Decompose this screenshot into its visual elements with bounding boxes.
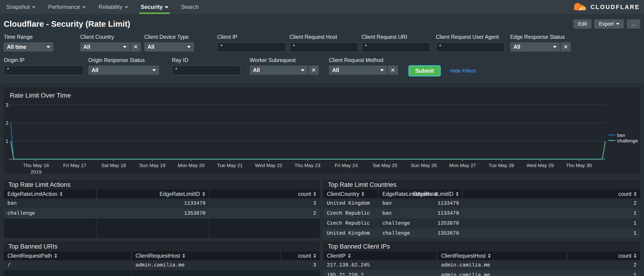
column-header-label: ClientRequestPath [8,253,52,259]
table-cell: 2 [567,260,640,270]
column-header-label: EdgeRateLimitID [413,191,454,197]
sort-icon [202,192,205,196]
svg-text:challenge: challenge [617,138,638,143]
sort-icon [488,254,491,258]
chevron-down-icon [32,6,36,8]
table-cell: 1133479 [425,208,463,218]
clear-filter-button[interactable]: ✕ [560,42,571,52]
column-header-label: EdgeRateLimitID [160,191,200,197]
table-title: Top Rate Limit Countries [323,180,640,190]
filter-time-range: Time RangeAll time [4,34,54,52]
filter-input-ray-id[interactable]: * [172,66,240,75]
column-header-count[interactable]: count [567,251,640,260]
filter-dropdown-client-country[interactable]: All [80,42,130,52]
table-header-row: EdgeRateLimitActionEdgeRateLimitIDcount [4,190,320,198]
nav-item-label: Search [181,4,199,10]
filter-dropdown-client-request-method[interactable]: All [329,66,387,75]
filter-edge-response-status: Edge Response StatusAll✕ [510,34,571,52]
table-title: Top Banned Client IPs [323,242,640,251]
nav-item-snapshot[interactable]: Snapshot [6,0,36,14]
table-cell: ban [379,208,425,218]
column-header-clientrequestpath[interactable]: ClientRequestPath [4,251,132,260]
column-header-clientrequesthost[interactable]: ClientRequestHost [132,251,280,260]
table-cell: admin.camilia.me [437,260,567,270]
hide-filters-link[interactable]: Hide Filters [450,68,476,74]
more-button[interactable]: ... [627,19,640,28]
column-header-count[interactable]: count [280,251,320,260]
svg-text:Tue May 28: Tue May 28 [488,163,514,168]
svg-text:Sun May 26: Sun May 26 [411,163,437,168]
legend-item-challenge[interactable]: challenge [608,138,638,143]
table-cell: 1 [463,228,640,238]
rate-limit-chart: 123Thu May 162019Fri May 17Sat May 18Sun… [4,100,640,176]
table-cell: admin.camilia.me [437,270,567,276]
chevron-down-icon [46,46,50,48]
column-header-clientip[interactable]: ClientIP [323,251,437,260]
filter-client-request-user-agent: Client Request User Agent* [436,34,504,52]
svg-text:Mon May 20: Mon May 20 [178,163,205,168]
svg-text:1: 1 [6,138,8,144]
table-title: Top Banned URIs [4,242,320,251]
clear-filter-button[interactable]: ✕ [130,42,141,52]
filter-dropdown-worker-subrequest[interactable]: All [250,66,308,75]
svg-text:Thu May 30: Thu May 30 [566,163,592,168]
chevron-down-icon [82,6,86,8]
clear-filter-button[interactable]: ✕ [388,66,398,75]
filter-dropdown-time-range[interactable]: All time [4,42,54,52]
column-header-clientcountry[interactable]: ClientCountry [323,190,379,198]
filter-input-client-request-uri[interactable]: * [362,42,430,52]
table-top-rate-limit-actions: Top Rate Limit ActionsEdgeRateLimitActio… [4,180,320,238]
filter-input-client-request-host[interactable]: * [290,42,358,52]
table-header-row: ClientCountryEdgeRateLimitActionEdgeRate… [323,190,640,198]
table-cell: United Kingdom [323,228,379,238]
dropdown-value: All [514,44,553,50]
edit-button[interactable]: Edit [573,19,592,28]
table-cell: 1 [463,208,640,218]
nav-item-performance[interactable]: Performance [48,0,86,14]
svg-text:2: 2 [6,120,8,126]
filter-label: Origin Response Status [88,57,159,64]
filter-input-client-ip[interactable]: * [217,42,286,52]
filter-dropdown-edge-response-status[interactable]: All [510,42,560,52]
chevron-down-icon [301,69,304,71]
column-header-edgeratelimitid[interactable]: EdgeRateLimitID [425,190,463,198]
filter-label: Client Request Host [290,34,358,40]
filter-client-ip: Client IP* [217,34,286,52]
nav-item-search[interactable]: Search [180,0,199,14]
svg-text:Wed May 29: Wed May 29 [526,163,554,168]
column-header-count[interactable]: count [463,190,640,198]
nav-item-security[interactable]: Security [140,0,169,14]
filter-dropdown-client-device-type[interactable]: All [144,42,194,52]
table-cell: Czech Republic [323,208,379,218]
clear-filter-button[interactable]: ✕ [308,66,319,75]
filter-dropdown-origin-response-status[interactable]: All [88,66,159,75]
chart-title: Rate Limit Over Time [4,87,640,100]
svg-text:Sat May 18: Sat May 18 [101,163,126,168]
filter-label: Origin IP [4,57,84,64]
export-button[interactable]: Export [594,19,624,28]
svg-text:Mon May 27: Mon May 27 [449,163,476,168]
dropdown-value: All [332,67,380,74]
column-header-count[interactable]: count [209,190,320,198]
column-header-clientrequesthost[interactable]: ClientRequestHost [437,251,567,260]
chevron-down-icon [553,46,557,48]
nav-item-reliability[interactable]: Reliability [98,0,129,14]
filter-ray-id: Ray ID* [172,57,240,75]
svg-text:3: 3 [6,102,8,108]
submit-button[interactable]: Submit [408,65,441,76]
table-cell: 1133479 [425,198,463,208]
chevron-down-icon [123,46,126,48]
legend-item-ban[interactable]: ban [608,132,625,138]
column-header-label: count [298,253,311,259]
table-cell: 3 [280,260,320,270]
column-header-edgeratelimitid[interactable]: EdgeRateLimitID [97,190,209,198]
column-header-edgeratelimitaction[interactable]: EdgeRateLimitAction [4,190,97,198]
filter-input-client-request-user-agent[interactable]: * [436,42,504,52]
table-cell: ban [379,198,425,208]
table-cell: ban [4,198,97,208]
table-top-banned-uris: Top Banned URIsClientRequestPathClientRe… [4,242,320,276]
filter-input-origin-ip[interactable]: * [4,66,84,75]
table-row: /admin.camilia.me3 [4,260,320,270]
table-row: ban11334793 [4,198,320,208]
column-header-label: count [618,253,632,259]
